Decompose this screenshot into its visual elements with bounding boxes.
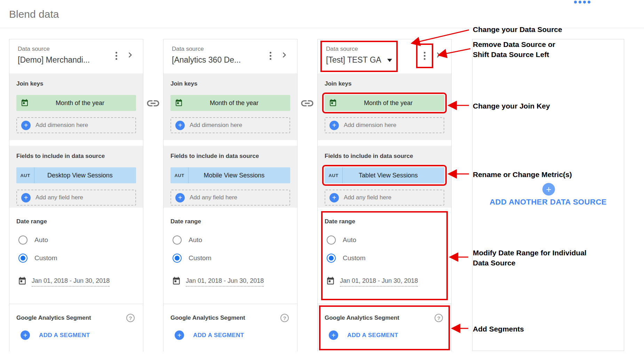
add-another-data-source-button[interactable]: ADD ANOTHER DATA SOURCE <box>472 198 624 207</box>
section-gap <box>164 140 297 146</box>
date-range-value[interactable]: Jan 01, 2018 - Jun 30, 2018 <box>172 277 290 287</box>
date-custom-option[interactable]: Custom <box>173 254 290 263</box>
data-source-name[interactable]: [Analytics 360 De... <box>172 55 241 65</box>
blend-data-page: Blend data Data source [Demo] Merchandi.… <box>0 0 644 359</box>
date-auto-option[interactable]: Auto <box>327 236 444 245</box>
calendar-icon <box>175 99 183 109</box>
shift-data-source-button[interactable] <box>278 46 290 66</box>
segment-header: Google Analytics Segment ? <box>325 314 444 322</box>
add-field-button[interactable]: + Add any field here <box>170 190 290 206</box>
kebab-menu-icon <box>116 52 117 60</box>
add-field-label: Add any field here <box>344 194 391 201</box>
card-header: Data source [Analytics 360 De... <box>164 39 297 73</box>
join-key-chip[interactable]: Month of the year <box>170 95 290 111</box>
data-source-name-text: [Demo] Merchandi... <box>18 55 90 64</box>
join-key-chip[interactable]: Month of the year <box>16 95 136 111</box>
add-segment-button[interactable]: + ADD A SEGMENT <box>16 330 136 340</box>
date-custom-option[interactable]: Custom <box>327 254 444 263</box>
segment-title: Google Analytics Segment <box>16 314 91 321</box>
metric-chip[interactable]: AUT Tablet View Sessions <box>325 167 444 183</box>
date-range-title: Date range <box>170 218 290 225</box>
add-field-button[interactable]: + Add any field here <box>325 190 444 206</box>
annotation-date-line-1: Modify Date Range for Individual <box>473 248 587 258</box>
add-segment-button[interactable]: + ADD A SEGMENT <box>170 330 290 340</box>
join-keys-title: Join keys <box>325 80 444 87</box>
date-custom-label: Custom <box>343 254 365 262</box>
more-options-button[interactable] <box>110 46 123 66</box>
data-source-selector[interactable]: Data source [Demo] Merchandi... <box>16 45 91 68</box>
logo-dots-icon <box>574 1 590 3</box>
join-key-label: Month of the year <box>170 99 290 107</box>
card-header: Data source [Demo] Merchandi... <box>9 39 143 73</box>
metric-chip[interactable]: AUT Mobile View Sessions <box>170 167 290 183</box>
join-keys-title: Join keys <box>170 80 290 87</box>
add-dimension-label: Add dimension here <box>190 122 242 129</box>
date-auto-option[interactable]: Auto <box>18 236 136 245</box>
help-icon[interactable]: ? <box>280 314 289 322</box>
add-segment-label: ADD A SEGMENT <box>347 332 398 339</box>
calendar-icon <box>329 99 337 109</box>
chevron-right-icon <box>125 50 135 60</box>
calendar-icon <box>18 277 27 287</box>
plus-icon: + <box>21 121 31 130</box>
join-link-icon <box>300 96 315 112</box>
date-auto-label: Auto <box>189 236 202 244</box>
annotation-remove-line-1: Remove Data Source or <box>473 39 555 49</box>
plus-icon: + <box>329 193 339 202</box>
more-options-button[interactable] <box>264 46 277 66</box>
data-source-selector[interactable]: Data source [Analytics 360 De... <box>170 45 242 68</box>
annotation-rename-metric: Rename or Change Metric(s) <box>473 169 572 180</box>
data-source-label: Data source <box>326 46 392 53</box>
add-dimension-button[interactable]: + Add dimension here <box>325 117 444 133</box>
date-custom-option[interactable]: Custom <box>18 254 136 263</box>
shift-data-source-button[interactable] <box>124 46 136 66</box>
data-source-name[interactable]: [Test] TEST GA <box>326 55 392 65</box>
join-key-chip[interactable]: Month of the year <box>325 95 444 111</box>
join-keys-section: Join keys Month of the year + Add dimens… <box>318 73 451 140</box>
date-custom-label: Custom <box>189 254 211 262</box>
annotation-remove-line-2: Shift Data Source Left <box>473 49 555 59</box>
shift-data-source-button[interactable] <box>432 46 444 66</box>
date-range-text: Jan 01, 2018 - Jun 30, 2018 <box>186 277 264 287</box>
date-range-text: Jan 01, 2018 - Jun 30, 2018 <box>32 277 110 287</box>
add-dimension-label: Add dimension here <box>35 122 88 129</box>
join-key-label: Month of the year <box>325 99 444 107</box>
add-field-button[interactable]: + Add any field here <box>16 190 136 206</box>
plus-icon: + <box>175 121 185 130</box>
dropdown-caret-icon <box>387 59 392 62</box>
date-range-value[interactable]: Jan 01, 2018 - Jun 30, 2018 <box>326 277 444 287</box>
plus-icon: + <box>329 330 338 340</box>
help-icon[interactable]: ? <box>435 314 443 322</box>
section-gap <box>318 140 451 146</box>
join-keys-section: Join keys Month of the year + Add dimens… <box>9 73 143 140</box>
help-icon[interactable]: ? <box>126 314 135 322</box>
plus-icon: + <box>21 193 31 202</box>
fields-section: Fields to include in data source AUT Des… <box>9 146 143 208</box>
data-source-card-1: Data source [Demo] Merchandi... Join key… <box>9 39 143 351</box>
plus-icon: + <box>175 330 184 340</box>
data-source-card-2: Data source [Analytics 360 De... Join ke… <box>163 39 297 351</box>
segment-title: Google Analytics Segment <box>170 314 245 321</box>
annotation-remove-data-source: Remove Data Source or Shift Data Source … <box>473 39 555 59</box>
plus-icon[interactable]: + <box>542 183 555 196</box>
more-options-button[interactable] <box>418 46 431 66</box>
calendar-icon <box>21 99 29 109</box>
radio-selected-icon <box>327 254 336 263</box>
segment-header: Google Analytics Segment ? <box>16 314 136 322</box>
data-source-selector[interactable]: Data source [Test] TEST GA <box>325 45 393 68</box>
radio-unselected-icon <box>18 236 27 245</box>
date-range-text: Jan 01, 2018 - Jun 30, 2018 <box>340 277 418 287</box>
fields-title: Fields to include in data source <box>325 153 444 160</box>
aggregation-badge: AUT <box>16 167 34 183</box>
add-segment-button[interactable]: + ADD A SEGMENT <box>325 330 444 340</box>
date-range-value[interactable]: Jan 01, 2018 - Jun 30, 2018 <box>18 277 136 287</box>
data-source-name[interactable]: [Demo] Merchandi... <box>18 55 90 65</box>
add-dimension-label: Add dimension here <box>344 122 396 129</box>
add-field-label: Add any field here <box>190 194 237 201</box>
add-dimension-button[interactable]: + Add dimension here <box>16 117 136 133</box>
segment-title: Google Analytics Segment <box>325 314 399 321</box>
add-dimension-button[interactable]: + Add dimension here <box>170 117 290 133</box>
metric-chip[interactable]: AUT Desktop View Sessions <box>16 167 136 183</box>
date-auto-option[interactable]: Auto <box>173 236 290 245</box>
data-source-name-text: [Test] TEST GA <box>326 55 381 64</box>
